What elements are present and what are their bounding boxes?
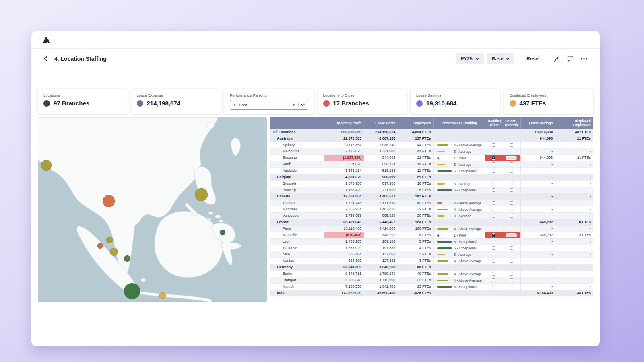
kpi-value: 437 FTEs — [520, 100, 546, 107]
employees-cell: 21 FTEs — [398, 154, 433, 161]
kpi-performance-ranking-filter: Performance Ranking 1 - Poor × — [224, 89, 314, 114]
lease-savings-cell: - — [521, 193, 555, 200]
ranking-select-checkbox[interactable] — [492, 214, 495, 218]
ranking-select-checkbox[interactable] — [492, 227, 495, 230]
override-checkbox[interactable] — [510, 253, 513, 256]
ranking-select-checkbox[interactable] — [492, 253, 495, 256]
displaced-employees-cell: 437 FTEs — [555, 129, 593, 135]
ranking-bar — [437, 273, 448, 275]
ranking-select-checkbox[interactable] — [492, 285, 495, 288]
kpi-value: 97 Branches — [54, 100, 89, 107]
override-toggle[interactable] — [506, 156, 517, 160]
page-background: { "header": { "title": "4. Location Staf… — [0, 0, 644, 362]
row-label: Adelaide — [270, 167, 324, 174]
table-row: Brisbane(1,817,386)944,09621 FTEs1 - Poo… — [270, 154, 593, 161]
ranking-select-checkbox[interactable] — [492, 156, 495, 160]
row-label: Canada — [270, 193, 324, 200]
reset-button[interactable]: Reset — [522, 53, 545, 64]
map-bubble[interactable] — [159, 292, 166, 299]
override-checkbox[interactable] — [510, 272, 513, 276]
back-button[interactable] — [42, 54, 50, 64]
comments-button[interactable] — [565, 54, 576, 64]
override-checkbox[interactable] — [510, 182, 513, 185]
operating-profit-cell: 10,116,854 — [324, 142, 364, 148]
override-checkbox[interactable] — [510, 246, 513, 250]
content-row: Operating ProfitLease CostsEmployeesPerf… — [38, 117, 593, 302]
performance-ranking-cell: 1 - Poor — [433, 232, 485, 238]
override-toggle[interactable] — [506, 233, 517, 237]
override-checkbox[interactable] — [510, 162, 513, 166]
edit-button[interactable] — [552, 54, 562, 64]
override-checkbox[interactable] — [510, 285, 513, 288]
table-row: Berlin9,348,7811,789,24040 FTEs4 - Above… — [270, 270, 593, 277]
map-bubble[interactable] — [124, 255, 130, 262]
table-row: All Locations800,698,398214,198,6744,824… — [270, 129, 593, 135]
ranking-label: 3 - Average — [454, 214, 471, 218]
kpi-locations-to-close: Locations to Close 17 Branches — [318, 89, 407, 114]
ranking-select-checkbox[interactable] — [492, 246, 495, 250]
override-checkbox[interactable] — [510, 188, 513, 192]
grid-header-row: Operating ProfitLease CostsEmployeesPerf… — [270, 117, 593, 129]
override-checkbox[interactable] — [510, 227, 513, 230]
performance-ranking-cell: 1 - Poor — [433, 154, 485, 161]
override-checkbox[interactable] — [510, 240, 513, 243]
map-bubble[interactable] — [124, 283, 140, 299]
version-selector-button[interactable]: Base — [487, 53, 515, 64]
ranking-select-checkbox[interactable] — [492, 188, 495, 192]
override-checkbox[interactable] — [510, 208, 513, 211]
override-checkbox[interactable] — [510, 278, 513, 282]
map-bubble[interactable] — [103, 195, 115, 207]
ranking-select-checkbox[interactable] — [492, 169, 495, 173]
ranking-bar — [437, 164, 445, 165]
ranking-label: 3 - Average — [454, 150, 471, 154]
row-label: India — [270, 290, 324, 296]
map-bubble[interactable] — [195, 188, 208, 201]
ranking-select-checkbox[interactable] — [492, 272, 495, 276]
override-checkbox[interactable] — [510, 259, 513, 263]
table-row: India172,929,02045,590,4001,026 FTEs6,15… — [270, 290, 593, 296]
map-bubble[interactable] — [41, 160, 52, 171]
kpi-value: 214,198,674 — [147, 100, 180, 107]
more-options-button[interactable] — [579, 56, 589, 62]
ranking-select-checkbox[interactable] — [492, 259, 495, 263]
override-checkbox[interactable] — [510, 150, 513, 153]
table-row: Stuttgart5,826,3431,115,09025 FTEs4 - Ab… — [270, 277, 593, 283]
ranking-select-checkbox[interactable] — [492, 201, 495, 205]
select-override-cell — [502, 200, 520, 206]
lease-costs-cell: 2,171,810 — [364, 200, 398, 206]
ranking-select-cell — [485, 212, 502, 219]
performance-ranking-cell: 2 - Below Average — [433, 200, 485, 206]
lease-savings-cell: - — [521, 167, 555, 174]
operating-profit-cell: 23,115,400 — [324, 225, 364, 232]
override-checkbox[interactable] — [510, 201, 513, 205]
ranking-select-checkbox[interactable] — [492, 150, 495, 153]
override-checkbox[interactable] — [510, 169, 513, 173]
ranking-select-checkbox[interactable] — [492, 162, 495, 166]
ranking-select-checkbox[interactable] — [492, 143, 495, 147]
override-checkbox[interactable] — [510, 143, 513, 147]
map-bubble[interactable] — [106, 237, 113, 243]
lease-savings-cell: - — [521, 245, 555, 251]
ranking-select-checkbox[interactable] — [492, 278, 495, 282]
map-bubble[interactable] — [220, 230, 225, 235]
employees-cell: 1,026 FTEs — [398, 290, 433, 296]
ranking-select-checkbox[interactable] — [492, 182, 495, 185]
period-selector-button[interactable]: FY25 — [456, 53, 484, 64]
map-bubble[interactable] — [110, 248, 118, 256]
map-bubble[interactable] — [97, 243, 103, 249]
override-checkbox[interactable] — [510, 214, 513, 218]
comment-icon — [567, 56, 574, 62]
ranking-select-cell — [485, 264, 502, 270]
operating-profit-cell: 800,698,398 — [324, 129, 364, 135]
lease-savings-cell: - — [521, 251, 555, 257]
employees-cell: 40 FTEs — [398, 270, 433, 277]
performance-ranking-dropdown[interactable]: 1 - Poor × — [230, 100, 308, 110]
lease-costs-cell: 518,286 — [364, 167, 398, 174]
ranking-select-checkbox[interactable] — [492, 240, 495, 243]
chevron-down-icon[interactable] — [301, 104, 305, 106]
ranking-select-checkbox[interactable] — [492, 233, 495, 237]
table-row: Nantes666,309127,5233 FTEs4 - Above Aver… — [270, 257, 593, 264]
row-label: All Locations — [270, 129, 324, 135]
ranking-select-checkbox[interactable] — [492, 208, 495, 211]
clear-filter-icon[interactable]: × — [293, 103, 295, 107]
